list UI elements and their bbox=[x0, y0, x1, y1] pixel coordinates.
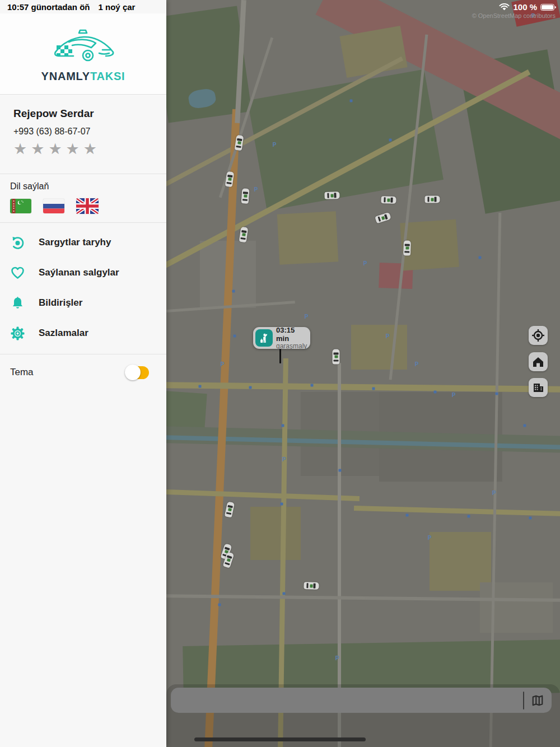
user-name: Rejepow Serdar bbox=[13, 108, 166, 120]
user-phone: +993 (63) 88-67-07 bbox=[13, 127, 166, 137]
taxi-marker bbox=[324, 192, 339, 199]
transit-stop-marker bbox=[281, 503, 283, 506]
wifi-icon bbox=[499, 3, 510, 11]
brand-logo: YNAMLYTAKSI bbox=[0, 13, 166, 95]
menu-item-label: Sargytlar taryhy bbox=[39, 237, 111, 248]
theme-label: Tema bbox=[10, 367, 34, 378]
transit-stop-marker bbox=[234, 335, 236, 338]
taxi-marker bbox=[403, 240, 411, 255]
parking-marker: P bbox=[363, 260, 367, 267]
transit-stop-marker bbox=[199, 385, 202, 388]
folded-map-icon[interactable] bbox=[531, 694, 544, 707]
history-icon bbox=[10, 235, 25, 250]
locate-me-button[interactable] bbox=[529, 326, 548, 345]
building-icon bbox=[531, 381, 545, 394]
taxi-marker bbox=[425, 196, 440, 203]
toggle-knob bbox=[125, 365, 141, 380]
transit-stop-marker bbox=[232, 290, 235, 293]
brand-name-secondary: TAKSI bbox=[90, 70, 125, 82]
menu-item-label: Sazlamalar bbox=[39, 328, 88, 339]
taxi-marker bbox=[225, 501, 235, 517]
transit-stop-marker bbox=[218, 604, 221, 606]
transit-stop-marker bbox=[282, 424, 284, 427]
transit-stop-marker bbox=[524, 424, 526, 427]
menu-item-notifications[interactable]: Bildirişler bbox=[0, 288, 166, 318]
taxi-marker bbox=[381, 196, 396, 204]
battery-percentage: 100 % bbox=[513, 2, 537, 12]
parking-marker: P bbox=[428, 535, 432, 541]
heart-icon bbox=[10, 265, 25, 281]
search-bar[interactable] bbox=[171, 688, 552, 713]
menu-item-order-history[interactable]: Sargytlar taryhy bbox=[0, 227, 166, 258]
bell-icon bbox=[10, 296, 25, 311]
status-time: 10:57 günortadan öň bbox=[7, 2, 90, 12]
app-screen: PPPPPPPPPPPPPP 03:15 min garaşmaly bbox=[0, 0, 560, 747]
transit-stop-marker bbox=[529, 517, 532, 520]
brand-name-primary: YNAMLY bbox=[41, 70, 90, 82]
wait-label: garaşmaly bbox=[276, 343, 307, 350]
menu-item-label: Saýlanan salgylar bbox=[39, 267, 119, 278]
transit-stop-marker bbox=[311, 384, 314, 387]
pickup-pin-tooltip[interactable]: 03:15 min garaşmaly bbox=[253, 327, 310, 349]
transit-stop-marker bbox=[434, 391, 437, 394]
transit-stop-marker bbox=[406, 514, 409, 517]
flag-turkmenistan[interactable] bbox=[10, 199, 31, 213]
wait-time: 03:15 min bbox=[276, 326, 307, 343]
taxi-marker bbox=[239, 227, 249, 243]
parking-marker: P bbox=[273, 142, 277, 148]
taxi-marker bbox=[333, 349, 340, 365]
home-address-button[interactable] bbox=[529, 352, 548, 371]
taxi-marker bbox=[225, 171, 235, 188]
map-attribution: © OpenStreetMap contributors bbox=[472, 12, 556, 19]
taxi-car-logo-icon bbox=[48, 25, 119, 69]
parking-marker: P bbox=[282, 456, 286, 463]
parking-marker: P bbox=[305, 314, 309, 320]
crosshair-icon bbox=[531, 329, 545, 342]
status-bar-right: 100 % bbox=[499, 2, 554, 12]
parking-marker: P bbox=[254, 186, 258, 193]
parking-marker: P bbox=[415, 361, 419, 367]
menu-item-label: Bildirişler bbox=[39, 297, 82, 309]
transit-stop-marker bbox=[468, 515, 470, 518]
map-canvas[interactable]: PPPPPPPPPPPPPP 03:15 min garaşmaly bbox=[166, 0, 560, 747]
drawer-menu: 10:57 günortadan öň 1 noý çar bbox=[0, 0, 166, 747]
taxi-marker bbox=[241, 188, 250, 204]
transit-stop-marker bbox=[479, 256, 482, 259]
rating-stars: ★★★★★ bbox=[13, 141, 166, 157]
map-markers: PPPPPPPPPPPPPP bbox=[166, 0, 560, 747]
home-indicator[interactable] bbox=[194, 737, 366, 741]
gear-icon bbox=[10, 326, 25, 341]
battery-icon bbox=[540, 4, 554, 11]
language-section: Dil saýlaň bbox=[0, 175, 166, 223]
parking-marker: P bbox=[221, 361, 225, 367]
brand-wordmark: YNAMLYTAKSI bbox=[41, 70, 125, 83]
flag-russia[interactable] bbox=[43, 199, 64, 213]
language-label: Dil saýlaň bbox=[10, 181, 166, 192]
home-icon bbox=[531, 355, 545, 368]
parking-marker: P bbox=[492, 490, 496, 496]
status-date: 1 noý çar bbox=[99, 2, 136, 12]
transit-stop-marker bbox=[389, 139, 392, 142]
transit-stop-marker bbox=[339, 469, 342, 472]
transit-stop-marker bbox=[283, 592, 286, 595]
taxi-marker bbox=[235, 135, 244, 151]
pickup-person-icon bbox=[255, 329, 273, 347]
search-divider bbox=[523, 692, 524, 709]
transit-stop-marker bbox=[372, 387, 375, 390]
status-bar-left: 10:57 günortadan öň 1 noý çar bbox=[7, 2, 135, 12]
taxi-marker bbox=[304, 582, 319, 590]
flag-united-kingdom[interactable] bbox=[76, 198, 99, 214]
transit-stop-marker bbox=[350, 100, 353, 102]
taxi-marker bbox=[375, 212, 391, 224]
work-address-button[interactable] bbox=[529, 378, 548, 397]
menu-item-settings[interactable]: Sazlamalar bbox=[0, 318, 166, 348]
theme-row: Tema bbox=[0, 353, 166, 392]
menu-list: Sargytlar taryhy Saýlanan salgylar bbox=[0, 223, 166, 354]
profile-section: Rejepow Serdar +993 (63) 88-67-07 ★★★★★ bbox=[0, 95, 166, 174]
parking-marker: P bbox=[386, 333, 390, 339]
transit-stop-marker bbox=[496, 393, 498, 395]
theme-toggle[interactable] bbox=[127, 366, 149, 379]
parking-marker: P bbox=[335, 655, 339, 661]
menu-item-favorite-addresses[interactable]: Saýlanan salgylar bbox=[0, 258, 166, 288]
pin-stick bbox=[279, 349, 281, 363]
